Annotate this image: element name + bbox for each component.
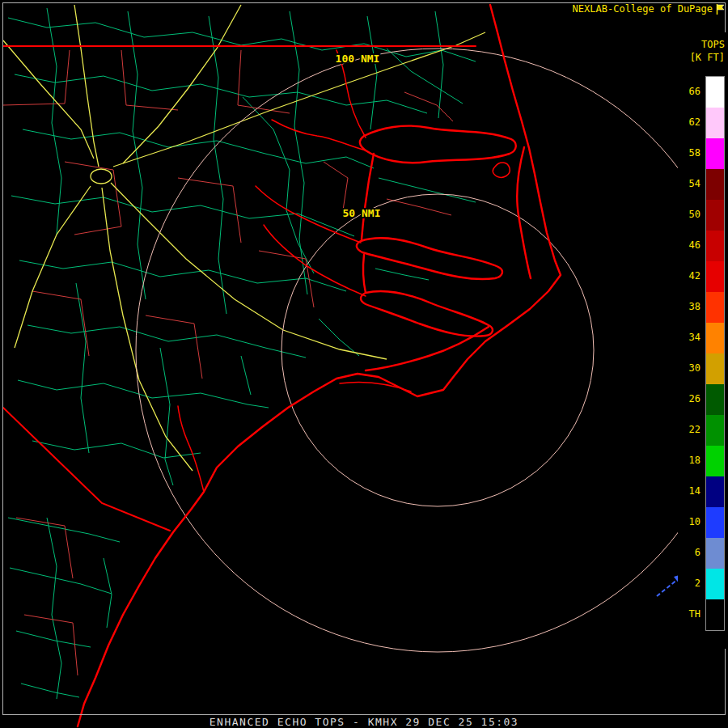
range-ring-label-50nmi: 50 NMI	[343, 207, 381, 219]
legend-tick-label: 46	[678, 230, 705, 260]
legend-tick-label: 50	[678, 199, 705, 230]
cod-flag-icon	[716, 4, 725, 15]
range-rings	[136, 49, 728, 652]
product-caption-text: ENHANCED ECHO TOPS - KMHX 29 DEC 25 15:0…	[210, 716, 518, 728]
legend-tick-label: 18	[678, 445, 705, 476]
frame-border	[3, 3, 726, 715]
pamlico-river	[357, 238, 502, 279]
legend-tick-label: 38	[678, 291, 705, 322]
highway-lines	[3, 5, 485, 471]
legend-tick-label: 22	[678, 414, 705, 445]
legend-tick-label: 26	[678, 383, 705, 414]
legend-color-segment	[706, 77, 724, 108]
state-borders	[3, 46, 476, 531]
cape-fear-river	[178, 406, 204, 492]
legend-tick-label: 42	[678, 260, 705, 291]
legend-color-segment	[706, 108, 724, 138]
legend-color-segment	[706, 200, 724, 231]
legend-color-segment	[706, 261, 724, 292]
coastline	[78, 5, 561, 726]
radar-display: 50 NMI 100 NMI NEXLAB-College of DuPage …	[0, 0, 728, 728]
nc-sc-border	[3, 408, 170, 531]
attribution-text: NEXLAB-College of DuPage	[573, 3, 713, 15]
legend-color-segment	[706, 353, 724, 384]
legend-color-segment	[706, 569, 724, 599]
legend-color-segment	[706, 599, 724, 630]
echo-tops-legend: TOPS [K FT] 66 62 58 54 50 46 42 38 34 3…	[678, 32, 728, 649]
legend-color-segment	[706, 231, 724, 261]
radar-map: 50 NMI 100 NMI	[0, 0, 728, 728]
legend-tick-label: 62	[678, 107, 705, 138]
legend-tick-label: 30	[678, 353, 705, 383]
legend-tick-label: 10	[678, 506, 705, 537]
legend-title: TOPS	[701, 39, 725, 50]
range-ring-label-100nmi: 100 NMI	[336, 53, 380, 65]
legend-tick-label: 54	[678, 168, 705, 199]
albemarle-sound	[360, 126, 516, 163]
legend-tick-label: 14	[678, 476, 705, 506]
legend-tick-label: 6	[678, 537, 705, 568]
legend-tick-label: 34	[678, 322, 705, 353]
neuse-river	[361, 291, 493, 336]
range-ring-50nmi	[281, 194, 594, 506]
legend-tick-label: 58	[678, 138, 705, 168]
attribution: NEXLAB-College of DuPage	[573, 3, 725, 15]
legend-color-segment	[706, 138, 724, 169]
legend-tick-label: 2	[678, 568, 705, 599]
legend-scale: 66 62 58 54 50 46 42 38 34 30 26 22 18 1…	[678, 76, 725, 631]
city-beltline-loop	[91, 169, 112, 184]
legend-color-segment	[706, 292, 724, 323]
legend-color-segment	[706, 415, 724, 446]
roanoke-island	[493, 163, 510, 177]
legend-tick-column: 66 62 58 54 50 46 42 38 34 30 26 22 18 1…	[678, 76, 705, 631]
legend-unit: [K FT]	[690, 52, 725, 63]
legend-color-segment	[706, 384, 724, 415]
legend-color-segment	[706, 476, 724, 507]
legend-color-segment	[706, 323, 724, 353]
range-ring-100nmi	[136, 49, 728, 652]
legend-colorbar	[705, 76, 725, 631]
legend-tick-label: 66	[678, 76, 705, 107]
legend-color-segment	[706, 507, 724, 538]
road-network	[8, 8, 476, 699]
legend-color-segment	[706, 446, 724, 476]
legend-tick-label: TH	[678, 599, 705, 629]
legend-color-segment	[706, 538, 724, 569]
product-caption: ENHANCED ECHO TOPS - KMHX 29 DEC 25 15:0…	[0, 716, 728, 728]
legend-color-segment	[706, 169, 724, 200]
